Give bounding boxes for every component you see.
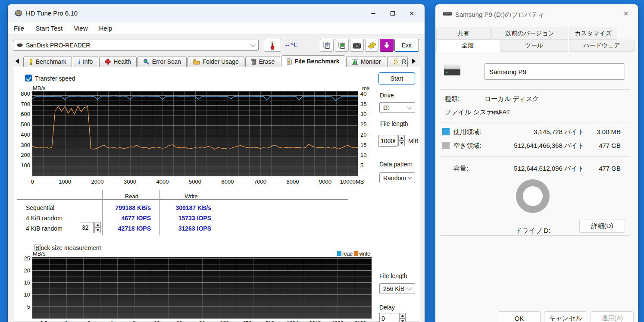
- apply-button[interactable]: 適用(A): [591, 311, 634, 322]
- axis-tick-label: 256: [243, 320, 251, 322]
- hdtune-titlebar: HD Tune Pro 6.10 ×: [8, 4, 425, 22]
- gold-disks-icon: [368, 41, 376, 49]
- cancel-button-label: キャンセル: [549, 314, 582, 322]
- menu-start-test[interactable]: Start Test: [35, 25, 63, 32]
- window-title: HD Tune Pro 6.10: [26, 9, 78, 17]
- tab-label: 以前のバージョン: [505, 30, 554, 38]
- cancel-button[interactable]: キャンセル: [544, 311, 587, 322]
- save-button[interactable]: [365, 39, 379, 52]
- result-write-value: 15733 IOPS: [159, 215, 211, 222]
- result-read-value: 4677 IOPS: [99, 215, 151, 222]
- hdtune-window: HD Tune Pro 6.10 × File Start Test View …: [8, 4, 425, 322]
- axis-tick-label: 1024: [287, 320, 298, 322]
- tab-tools[interactable]: ツール: [500, 40, 568, 52]
- axis-tick-label: 3000: [124, 178, 136, 185]
- queue-depth-input[interactable]: [80, 222, 94, 233]
- filesystem-value: exFAT: [492, 108, 510, 116]
- tab-label: ハードウェア: [583, 42, 620, 50]
- menu-view[interactable]: View: [74, 25, 88, 32]
- read-legend-swatch: [337, 251, 341, 256]
- tab-error-scan[interactable]: Error Scan: [138, 56, 187, 67]
- folder-icon: [193, 59, 200, 65]
- update-button[interactable]: [380, 39, 394, 52]
- tab-label: Monitor: [361, 58, 381, 65]
- menu-file[interactable]: File: [14, 25, 24, 32]
- tab-folder-usage[interactable]: Folder Usage: [188, 56, 244, 67]
- transfer-speed-checkbox[interactable]: [25, 75, 32, 81]
- start-button[interactable]: Start: [378, 72, 415, 84]
- type-label: 種類:: [445, 95, 460, 103]
- axis-tick-label: 600: [13, 111, 30, 117]
- tab-scroll-left[interactable]: [16, 59, 19, 64]
- tab-label: Error Scan: [152, 58, 181, 65]
- axis-tick-label: 35: [360, 101, 374, 107]
- file-length-spinner[interactable]: [378, 135, 405, 147]
- properties-dialog: Samsung P9 (D:)のプロパティ × 共有 以前のバージョン カスタマ…: [435, 4, 638, 322]
- tab-file-benchmark[interactable]: File Benchmark: [281, 55, 345, 67]
- info-icon: i: [78, 58, 80, 66]
- tab-previous-versions[interactable]: 以前のバージョン: [491, 28, 568, 40]
- close-button[interactable]: ×: [403, 8, 420, 19]
- drive-select[interactable]: D:: [379, 102, 415, 113]
- screenshot-button[interactable]: [350, 39, 364, 52]
- drive-name-input[interactable]: [485, 63, 625, 80]
- divider: [441, 89, 630, 90]
- tab-label: 全般: [462, 42, 474, 50]
- chevron-down-icon: [250, 42, 255, 47]
- spin-down-button[interactable]: [398, 141, 405, 146]
- tab-label: 共有: [457, 30, 469, 38]
- results-header-rule: [17, 199, 348, 200]
- tab-random-access[interactable]: R..: [387, 56, 408, 67]
- file-length2-select[interactable]: 256 KiB: [379, 283, 415, 294]
- tab-hardware[interactable]: ハードウェア: [569, 40, 635, 52]
- minimize-button[interactable]: [364, 8, 381, 19]
- free-space-swatch: [442, 142, 450, 149]
- tab-erase[interactable]: Erase: [245, 56, 281, 67]
- tab-general[interactable]: 全般: [436, 40, 499, 52]
- tab-customize[interactable]: カスタマイズ: [569, 28, 617, 40]
- temperature-button[interactable]: [264, 39, 281, 52]
- tab-info[interactable]: i Info: [73, 56, 99, 67]
- chart2-legend: read write: [337, 251, 370, 257]
- menu-help[interactable]: Help: [99, 25, 113, 32]
- device-select[interactable]: SanDisk PRO-READER: [13, 40, 259, 51]
- divider: [441, 235, 630, 236]
- delay-spinner[interactable]: [379, 313, 406, 322]
- axis-tick-label: 30: [360, 111, 374, 117]
- tab-label: File Benchmark: [294, 58, 339, 65]
- free-space-size: 477 GB: [591, 142, 621, 149]
- tab-share[interactable]: 共有: [436, 28, 491, 40]
- exit-button[interactable]: Exit: [394, 39, 419, 52]
- tab-scroll-right[interactable]: [412, 59, 416, 64]
- free-space-label: 空き領域:: [453, 142, 481, 150]
- queue-depth-spinner[interactable]: [80, 222, 101, 233]
- tab-health[interactable]: Health: [99, 56, 136, 67]
- copy-image-icon: [338, 41, 346, 49]
- file-length-input[interactable]: [378, 135, 397, 147]
- axis-tick-label: 40: [360, 91, 374, 97]
- monitor-chart-icon: [352, 59, 358, 65]
- axis-tick-label: 700: [13, 101, 30, 107]
- used-space-label: 使用領域:: [453, 128, 481, 136]
- result-write-value: 309187 KB/s: [159, 204, 211, 211]
- axis-tick-label: 7000: [254, 178, 266, 185]
- maximize-button[interactable]: [384, 8, 401, 19]
- axis-tick-label: 25: [360, 121, 374, 128]
- dialog-close-button[interactable]: ×: [617, 8, 635, 19]
- axis-tick-label: 15: [13, 279, 30, 286]
- details-button[interactable]: 詳細(D): [579, 219, 625, 233]
- axis-tick-label: 20: [13, 267, 30, 274]
- spin-up-button[interactable]: [398, 135, 405, 141]
- tab-benchmark[interactable]: Benchmark: [23, 56, 72, 67]
- data-pattern-select[interactable]: Random: [379, 172, 415, 183]
- axis-tick-label: 100: [13, 162, 30, 169]
- spin-up-button[interactable]: [399, 313, 406, 319]
- apply-button-label: 適用(A): [601, 314, 623, 322]
- axis-tick-label: 8: [133, 320, 136, 322]
- tab-monitor[interactable]: Monitor: [346, 56, 387, 67]
- ok-button[interactable]: OK: [498, 311, 541, 322]
- copy-image-button[interactable]: [335, 39, 349, 52]
- spin-down-button[interactable]: [399, 319, 406, 322]
- copy-text-button[interactable]: [320, 39, 334, 52]
- delay-input[interactable]: [379, 313, 398, 322]
